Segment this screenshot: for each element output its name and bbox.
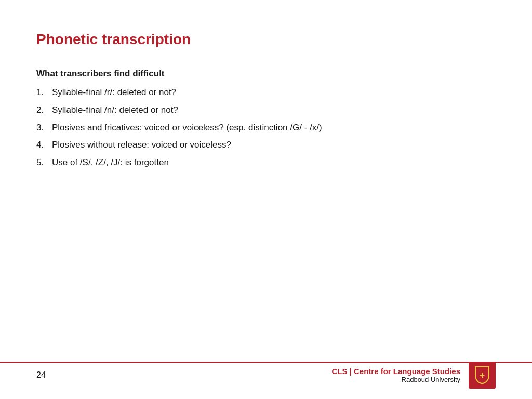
slide-container: Phonetic transcription What transcribers… xyxy=(0,0,532,399)
list-number: 2. xyxy=(36,104,52,116)
logo-text: CLS | Centre for Language Studies Radbou… xyxy=(331,367,460,383)
list-item: 5.Use of /S/, /Z/, /J/: is forgotten xyxy=(36,156,496,169)
list-item-text: Syllable-final /n/: deleted or not? xyxy=(52,104,496,116)
list-number: 5. xyxy=(36,156,52,169)
cls-title: CLS | Centre for Language Studies xyxy=(331,367,460,376)
list-number: 1. xyxy=(36,86,52,99)
list-number: 3. xyxy=(36,122,52,134)
list-item: 1.Syllable-final /r/: deleted or not? xyxy=(36,86,496,99)
slide-title: Phonetic transcription xyxy=(36,31,496,48)
section-heading: What transcribers find difficult xyxy=(36,69,496,79)
list-item-text: Syllable-final /r/: deleted or not? xyxy=(52,86,496,99)
cls-subtitle: Radboud University xyxy=(331,376,460,383)
list-item-text: Plosives and fricatives: voiced or voice… xyxy=(52,122,496,134)
footer-logo-area: CLS | Centre for Language Studies Radbou… xyxy=(331,362,496,389)
page-number: 24 xyxy=(36,370,46,380)
list-item-text: Use of /S/, /Z/, /J/: is forgotten xyxy=(52,156,496,169)
main-list: 1.Syllable-final /r/: deleted or not?2.S… xyxy=(36,86,496,169)
list-item: 3.Plosives and fricatives: voiced or voi… xyxy=(36,122,496,134)
list-number: 4. xyxy=(36,139,52,151)
footer: 24 CLS | Centre for Language Studies Rad… xyxy=(0,362,532,389)
list-item: 4.Plosives without release: voiced or vo… xyxy=(36,139,496,151)
list-item: 2.Syllable-final /n/: deleted or not? xyxy=(36,104,496,116)
list-item-text: Plosives without release: voiced or voic… xyxy=(52,139,496,151)
university-crest-icon xyxy=(469,362,496,389)
